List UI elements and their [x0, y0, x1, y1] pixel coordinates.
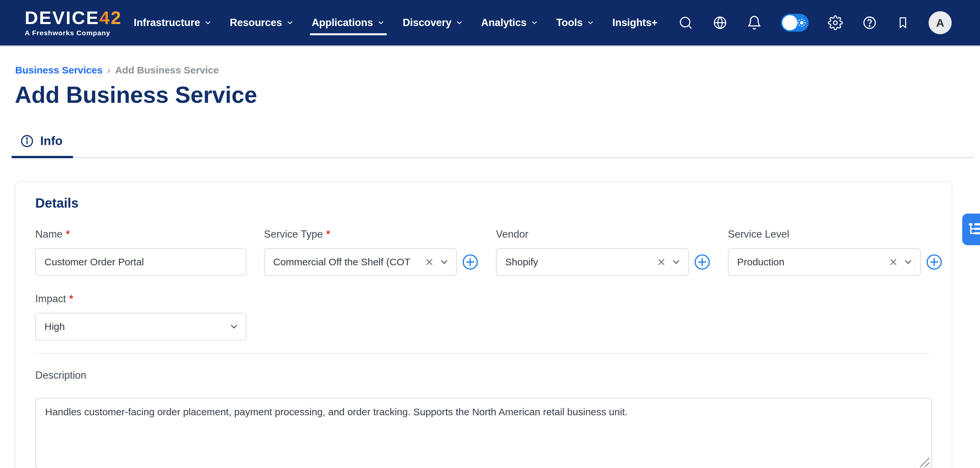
impact-value: High	[45, 321, 224, 332]
service-type-label: Service Type*	[264, 228, 479, 240]
chevron-down-icon	[455, 19, 463, 27]
section-heading-details: Details	[35, 196, 932, 211]
page-title: Add Business Service	[15, 82, 257, 108]
globe-icon[interactable]	[713, 15, 728, 30]
menu-analytics[interactable]: Analytics	[481, 0, 538, 46]
vendor-label: Vendor	[496, 228, 710, 240]
navbar-actions: A	[678, 11, 952, 34]
chevron-down-icon	[531, 19, 538, 27]
name-label: Name*	[35, 228, 247, 240]
breadcrumb-separator: ›	[107, 65, 110, 76]
service-type-select[interactable]: Commercial Off the Shelf (COT	[264, 248, 457, 276]
service-level-select[interactable]: Production	[728, 248, 921, 276]
tab-info[interactable]: Info	[15, 131, 73, 157]
top-navbar: DEVICE42 A Freshworks Company Infrastruc…	[0, 0, 980, 46]
service-type-value: Commercial Off the Shelf (COT	[273, 256, 420, 267]
brand-name: DEVICE42	[25, 9, 122, 27]
theme-toggle[interactable]	[781, 14, 809, 32]
menu-insights-plus[interactable]: Insights+	[612, 0, 657, 46]
user-avatar[interactable]: A	[929, 11, 952, 34]
chevron-down-icon	[377, 19, 385, 27]
clear-icon[interactable]	[425, 257, 434, 267]
field-impact: Impact* High	[35, 293, 247, 341]
name-input[interactable]	[35, 248, 247, 276]
service-level-value: Production	[737, 256, 884, 267]
impact-select[interactable]: High	[35, 313, 247, 341]
vendor-value: Shopify	[505, 256, 652, 267]
hierarchy-tree-panel-button[interactable]	[962, 213, 980, 245]
tab-info-label: Info	[40, 134, 63, 148]
main-menu: Infrastructure Resources Applications Di…	[134, 0, 657, 46]
service-level-label: Service Level	[728, 228, 942, 240]
field-service-type: Service Type* Commercial Off the Shelf (…	[264, 228, 479, 276]
chevron-down-icon	[204, 19, 212, 27]
breadcrumb-business-services-link[interactable]: Business Services	[15, 65, 102, 76]
bookmark-icon[interactable]	[896, 15, 910, 30]
settings-gear-icon[interactable]	[828, 15, 843, 30]
breadcrumb: Business Services › Add Business Service	[15, 65, 219, 76]
field-vendor: Vendor Shopify	[496, 228, 710, 276]
menu-resources[interactable]: Resources	[230, 0, 294, 46]
details-card: Details Name* Service Type* Commercial O…	[15, 181, 952, 468]
tab-bar: Info	[15, 131, 974, 158]
menu-discovery[interactable]: Discovery	[402, 0, 463, 46]
required-asterisk: *	[66, 228, 70, 240]
toggle-knob	[782, 15, 797, 30]
sun-icon	[797, 18, 807, 29]
section-divider	[35, 353, 932, 353]
chevron-down-icon	[587, 19, 595, 27]
chevron-down-icon[interactable]	[903, 257, 913, 267]
menu-applications[interactable]: Applications	[312, 0, 385, 46]
chevron-down-icon[interactable]	[439, 257, 449, 267]
info-circle-icon	[20, 134, 34, 148]
breadcrumb-current: Add Business Service	[115, 65, 219, 76]
chevron-down-icon[interactable]	[229, 322, 239, 332]
add-service-type-button[interactable]	[462, 254, 479, 270]
vendor-select[interactable]: Shopify	[496, 248, 689, 276]
field-service-level: Service Level Production	[728, 228, 942, 276]
clear-icon[interactable]	[888, 257, 898, 267]
help-icon[interactable]	[862, 15, 877, 30]
chevron-down-icon[interactable]	[671, 257, 681, 267]
search-icon[interactable]	[678, 15, 693, 30]
navbar-divider	[0, 46, 980, 47]
menu-tools[interactable]: Tools	[556, 0, 595, 46]
clear-icon[interactable]	[656, 257, 666, 267]
field-description: Description Handles customer-facing orde…	[35, 369, 932, 468]
description-label: Description	[35, 369, 932, 381]
form-row-2: Impact* High	[35, 293, 932, 341]
field-name: Name*	[35, 228, 247, 276]
brand-accent-42: 42	[100, 7, 122, 28]
menu-infrastructure[interactable]: Infrastructure	[134, 0, 212, 46]
tree-list-icon	[967, 220, 980, 238]
notifications-bell-icon[interactable]	[747, 15, 762, 30]
required-asterisk: *	[326, 228, 330, 240]
required-asterisk: *	[69, 293, 73, 305]
add-service-level-button[interactable]	[926, 254, 942, 270]
device42-logo[interactable]: DEVICE42 A Freshworks Company	[25, 9, 122, 37]
add-vendor-button[interactable]	[694, 254, 710, 270]
description-textarea[interactable]: Handles customer-facing order placement,…	[35, 398, 932, 468]
chevron-down-icon	[286, 19, 294, 27]
form-row-1: Name* Service Type* Commercial Off the S…	[35, 228, 932, 276]
impact-label: Impact*	[35, 293, 247, 305]
brand-tagline: A Freshworks Company	[25, 29, 122, 37]
